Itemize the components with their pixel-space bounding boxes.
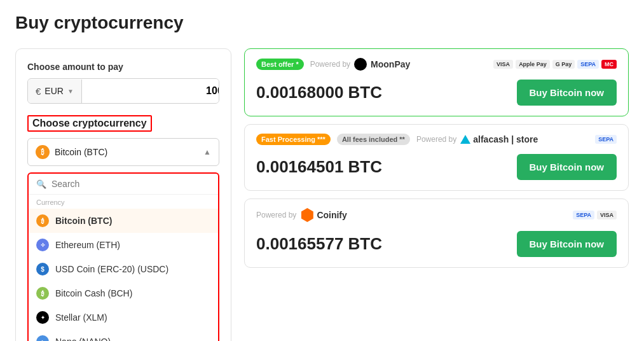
powered-by-label-coinify: Powered by <box>256 211 296 219</box>
currency-selector[interactable]: € EUR ▼ <box>28 80 82 103</box>
powered-by-alfacash: Powered by alfacash | store <box>416 134 538 144</box>
alfacash-triangle-icon <box>460 135 470 144</box>
offer-main-alfacash: 0.00164501 BTC Buy Bitcoin now <box>256 154 617 180</box>
btc-selector-icon: ₿ <box>36 145 50 159</box>
offer-main-moonpay: 0.00168000 BTC Buy Bitcoin now <box>256 80 617 106</box>
crypto-name-xlm: Stellar (XLM) <box>55 312 107 323</box>
best-offer-badge: Best offer * <box>256 59 304 70</box>
crypto-item-usdc[interactable]: $ USD Coin (ERC-20) (USDC) <box>29 257 218 281</box>
apple-pay-icon: Apple Pay <box>516 60 550 69</box>
selected-crypto-label: Bitcoin (BTC) <box>55 147 107 157</box>
google-pay-icon: G Pay <box>552 60 575 69</box>
crypto-dropdown: 🔍 Currency ₿ Bitcoin (BTC) ⟡ Ethereum (E… <box>27 172 219 341</box>
chevron-down-icon: ▼ <box>67 88 74 95</box>
offer-card-moonpay: Best offer * Powered by MoonPay VISA App… <box>244 48 629 116</box>
usdc-icon: $ <box>36 263 49 275</box>
crypto-name-usdc: USD Coin (ERC-20) (USDC) <box>55 264 168 274</box>
page-title: Buy cryptocurrency <box>15 13 629 33</box>
powered-by-label-moonpay: Powered by <box>310 60 350 69</box>
amount-input[interactable] <box>82 79 219 103</box>
buy-bitcoin-coinify-button[interactable]: Buy Bitcoin now <box>517 231 617 257</box>
offer-header-moonpay: Best offer * Powered by MoonPay VISA App… <box>256 58 617 71</box>
coinify-hex-icon <box>300 208 314 222</box>
search-input[interactable] <box>51 179 210 189</box>
offer-main-coinify: 0.00165577 BTC Buy Bitcoin now <box>256 231 617 257</box>
btc-icon: ₿ <box>36 214 49 227</box>
search-icon: 🔍 <box>36 179 46 189</box>
buy-bitcoin-moonpay-button[interactable]: Buy Bitcoin now <box>517 80 617 106</box>
search-row: 🔍 <box>29 174 218 195</box>
moonpay-provider-name: MoonPay <box>371 59 410 69</box>
coinify-btc-amount: 0.00165577 BTC <box>256 234 382 254</box>
coinify-logo: Coinify <box>300 208 346 222</box>
alfacash-btc-amount: 0.00164501 BTC <box>256 157 382 177</box>
offer-card-coinify: Powered by Coinify SEPA VISA 0.00165577 … <box>244 198 629 268</box>
bch-icon: ₿ <box>36 287 49 300</box>
buy-bitcoin-alfacash-button[interactable]: Buy Bitcoin now <box>517 154 617 180</box>
alfacash-logo: alfacash | store <box>460 134 538 144</box>
crypto-item-nano[interactable]: ∿ Nano (NANO) <box>29 330 218 341</box>
euro-symbol: € <box>36 86 41 97</box>
currency-code: EUR <box>45 86 64 96</box>
offer-card-alfacash: Fast Processing *** All fees included **… <box>244 124 629 191</box>
moonpay-btc-amount: 0.00168000 BTC <box>256 83 382 102</box>
crypto-name-eth: Ethereum (ETH) <box>55 240 120 250</box>
fast-processing-badge: Fast Processing *** <box>256 134 331 145</box>
crypto-name-bch: Bitcoin Cash (BCH) <box>55 288 132 298</box>
offer-header-alfacash: Fast Processing *** All fees included **… <box>256 134 617 145</box>
moonpay-payment-icons: VISA Apple Pay G Pay SEPA MC <box>493 60 617 69</box>
offer-header-coinify: Powered by Coinify SEPA VISA <box>256 208 617 222</box>
moonpay-dot-icon <box>354 58 367 71</box>
nano-icon: ∿ <box>36 335 49 341</box>
visa-icon: VISA <box>493 60 513 69</box>
right-panel: Best offer * Powered by MoonPay VISA App… <box>244 48 629 268</box>
crypto-selector-left: ₿ Bitcoin (BTC) <box>36 145 107 159</box>
coinify-payment-icons: SEPA VISA <box>573 211 617 219</box>
alfacash-payment-icons: SEPA <box>595 135 617 144</box>
powered-by-label-alfacash: Powered by <box>416 135 456 144</box>
mastercard-icon: MC <box>601 60 617 69</box>
sepa-icon-coinify: SEPA <box>573 211 594 219</box>
visa-icon-coinify: VISA <box>597 211 617 219</box>
amount-row: € EUR ▼ <box>27 78 219 104</box>
sepa-icon-alfacash: SEPA <box>595 135 617 144</box>
crypto-item-eth[interactable]: ⟡ Ethereum (ETH) <box>29 233 218 257</box>
powered-by-moonpay: Powered by MoonPay <box>310 58 411 71</box>
powered-by-coinify: Powered by Coinify <box>256 208 347 222</box>
xlm-icon: ✦ <box>36 311 49 324</box>
eth-icon: ⟡ <box>36 239 49 251</box>
crypto-item-btc[interactable]: ₿ Bitcoin (BTC) <box>29 209 218 233</box>
choose-crypto-label: Choose cryptocurrency <box>27 115 152 132</box>
amount-section-label: Choose amount to pay <box>27 62 219 72</box>
left-panel: Choose amount to pay € EUR ▼ Choose cryp… <box>15 48 231 341</box>
crypto-selector[interactable]: ₿ Bitcoin (BTC) ▲ <box>27 138 219 166</box>
main-layout: Choose amount to pay € EUR ▼ Choose cryp… <box>15 48 629 341</box>
crypto-item-bch[interactable]: ₿ Bitcoin Cash (BCH) <box>29 281 218 305</box>
chevron-up-icon: ▲ <box>203 148 211 157</box>
crypto-name-btc: Bitcoin (BTC) <box>55 216 112 226</box>
sepa-icon-moonpay: SEPA <box>577 60 599 69</box>
fees-included-badge: All fees included ** <box>337 134 410 145</box>
alfacash-provider-name: alfacash | store <box>473 134 538 144</box>
crypto-name-nano: Nano (NANO) <box>55 337 111 341</box>
crypto-item-xlm[interactable]: ✦ Stellar (XLM) <box>29 305 218 330</box>
coinify-provider-name: Coinify <box>317 210 346 220</box>
currency-group-label: Currency <box>29 195 218 209</box>
